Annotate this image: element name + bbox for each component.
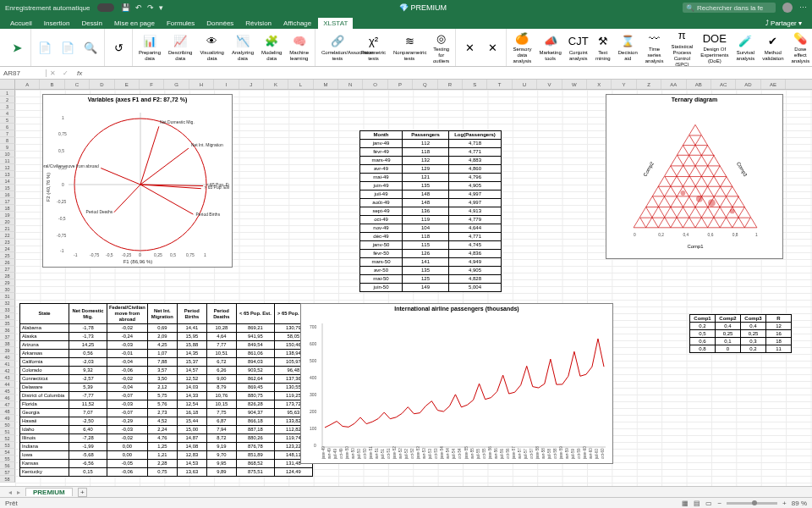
row-header-14[interactable]: 14 — [0, 178, 15, 185]
ribbon-[interactable]: ➤ — [7, 38, 27, 57]
row-header-38[interactable]: 38 — [0, 340, 15, 347]
table-row[interactable]: Iowa-5,680,001,2112,839,70851,89148,11 — [20, 451, 313, 460]
row-header-34[interactable]: 34 — [0, 313, 15, 320]
table-row[interactable]: janv-501154,745 — [360, 241, 502, 250]
ribbon-decision-aid[interactable]: ⌛Decision aid — [616, 32, 640, 64]
row-header-50[interactable]: 50 — [0, 422, 15, 428]
row-header-45[interactable]: 45 — [0, 388, 15, 395]
table-row[interactable]: févr-501264,836 — [360, 250, 502, 258]
col-header-V[interactable]: V — [537, 80, 562, 89]
row-header-18[interactable]: 18 — [0, 205, 15, 212]
table-row[interactable]: California-2,03-0,047,8815,376,72894,031… — [20, 358, 313, 367]
row-header-37[interactable]: 37 — [0, 334, 15, 340]
table-row[interactable]: Arkansas0,56-0,011,0714,3510,51861,06138… — [20, 350, 313, 358]
row-header-2[interactable]: 2 — [0, 97, 15, 103]
ribbon-nonparametric-tests[interactable]: ≋Nonparametric tests — [391, 32, 428, 64]
row-header-30[interactable]: 30 — [0, 286, 15, 293]
table-row[interactable]: mars-501414,949 — [360, 258, 502, 267]
row-header-7[interactable]: 7 — [0, 130, 15, 137]
ribbon-analyzing-data[interactable]: 📉Analyzing data — [229, 32, 256, 64]
row-header-55[interactable]: 55 — [0, 456, 15, 462]
col-header-X[interactable]: X — [587, 80, 612, 89]
row-header-39[interactable]: 39 — [0, 347, 15, 354]
table-row[interactable]: Delaware5,39-0,042,1214,038,79869,45130,… — [20, 384, 313, 392]
tab-dessin[interactable]: Dessin — [76, 18, 107, 29]
col-header-E[interactable]: E — [115, 80, 140, 89]
cancel-icon[interactable]: ✕ — [47, 69, 59, 77]
select-all-corner[interactable] — [0, 80, 15, 89]
row-header-58[interactable]: 58 — [0, 476, 15, 483]
table-row[interactable]: Arizona14,25-0,034,2515,887,77849,54150,… — [20, 341, 313, 350]
row-header-36[interactable]: 36 — [0, 327, 15, 334]
ribbon-statistical-process-control-spc[interactable]: πStatistical Process Control (SPC) — [668, 29, 695, 67]
table-row[interactable]: 0,50,250,2516 — [690, 330, 792, 338]
col-header-C[interactable]: C — [65, 80, 90, 89]
zoom-percent[interactable]: 89 % — [792, 500, 807, 507]
ribbon-modeling-data[interactable]: 🧩Modeling data — [259, 32, 284, 64]
table-row[interactable]: juin-491354,905 — [360, 182, 502, 190]
row-header-24[interactable]: 24 — [0, 246, 15, 252]
row-header-16[interactable]: 16 — [0, 191, 15, 198]
sheet-nav-first-icon[interactable]: ◂ — [8, 489, 12, 496]
row-header-17[interactable]: 17 — [0, 198, 15, 205]
ribbon-machine-learning[interactable]: 🧠Machine learning — [287, 32, 311, 64]
row-header-52[interactable]: 52 — [0, 435, 15, 442]
row-header-53[interactable]: 53 — [0, 442, 15, 449]
ribbon-visualizing-data[interactable]: 👁Visualizing data — [197, 32, 227, 64]
row-header-19[interactable]: 19 — [0, 212, 15, 218]
col-header-D[interactable]: D — [90, 80, 114, 89]
ribbon-sensory-data-analysis[interactable]: 🍊Sensory data analysis — [510, 29, 534, 66]
table-row[interactable]: Georgia7,07-0,072,7316,187,75904,3795,63 — [20, 409, 313, 417]
row-header-26[interactable]: 26 — [0, 259, 15, 266]
col-header-U[interactable]: U — [513, 80, 537, 89]
redo-icon[interactable]: ↷ — [147, 3, 154, 12]
row-header-25[interactable]: 25 — [0, 252, 15, 259]
view-normal-icon[interactable]: ▦ — [682, 500, 689, 507]
view-page-icon[interactable]: ▤ — [694, 500, 700, 507]
table-row[interactable]: Kansas-6,56-0,052,2814,539,95868,52131,4… — [20, 460, 313, 468]
ribbon-describing-data[interactable]: 📈Describing data — [166, 32, 195, 64]
table-row[interactable]: Alabama-1,78-0,020,6914,4110,28869,21130… — [20, 324, 313, 333]
table-row[interactable]: avr-491294,860 — [360, 165, 502, 174]
col-header-S[interactable]: S — [463, 80, 487, 89]
col-header-Z[interactable]: Z — [637, 80, 661, 89]
table-row[interactable]: Colorado9,32-0,063,5714,576,26903,5296,4… — [20, 367, 313, 375]
row-header-47[interactable]: 47 — [0, 401, 15, 408]
fx-label[interactable]: fx — [72, 69, 87, 77]
row-header-28[interactable]: 28 — [0, 273, 15, 279]
row-header-4[interactable]: 4 — [0, 110, 15, 117]
table-row[interactable]: Indiana-1,990,001,2514,089,19876,78123,2… — [20, 443, 313, 451]
table-row[interactable]: Kentucky0,15-0,060,7513,639,89875,51124,… — [20, 468, 313, 477]
table-row[interactable]: Hawaii-2,50-0,294,5215,446,87866,18133,8… — [20, 417, 313, 426]
tab-xlstat[interactable]: XLSTAT — [318, 18, 353, 29]
row-header-8[interactable]: 8 — [0, 137, 15, 144]
col-header-G[interactable]: G — [164, 80, 189, 89]
row-header-6[interactable]: 6 — [0, 124, 15, 130]
col-header-B[interactable]: B — [40, 80, 64, 89]
col-header-Y[interactable]: Y — [612, 80, 636, 89]
table-row[interactable]: mai-491214,796 — [360, 174, 502, 182]
row-header-31[interactable]: 31 — [0, 293, 15, 300]
col-header-T[interactable]: T — [487, 80, 512, 89]
col-header-K[interactable]: K — [264, 80, 288, 89]
table-row[interactable]: mai-501254,828 — [360, 275, 502, 284]
user-avatar[interactable] — [782, 3, 793, 13]
table-row[interactable]: août-491484,997 — [360, 199, 502, 207]
col-header-A[interactable]: A — [15, 80, 40, 89]
table-row[interactable]: févr-491184,771 — [360, 148, 502, 157]
new-sheet-button[interactable]: + — [78, 488, 87, 497]
table-row[interactable]: juil-491484,997 — [360, 190, 502, 199]
row-header-48[interactable]: 48 — [0, 408, 15, 415]
row-header-10[interactable]: 10 — [0, 151, 15, 157]
tab-insertion[interactable]: Insertion — [39, 18, 75, 29]
save-icon[interactable]: 💾 — [121, 3, 130, 12]
row-header-54[interactable]: 54 — [0, 449, 15, 456]
row-header-32[interactable]: 32 — [0, 300, 15, 306]
zoom-in-icon[interactable]: + — [782, 500, 787, 507]
row-header-1[interactable]: 1 — [0, 90, 15, 97]
autosave-toggle[interactable] — [97, 3, 114, 12]
row-header-40[interactable]: 40 — [0, 354, 15, 361]
row-header-43[interactable]: 43 — [0, 374, 15, 381]
table-row[interactable]: sept-491364,913 — [360, 207, 502, 216]
col-header-AE[interactable]: AE — [761, 80, 786, 89]
